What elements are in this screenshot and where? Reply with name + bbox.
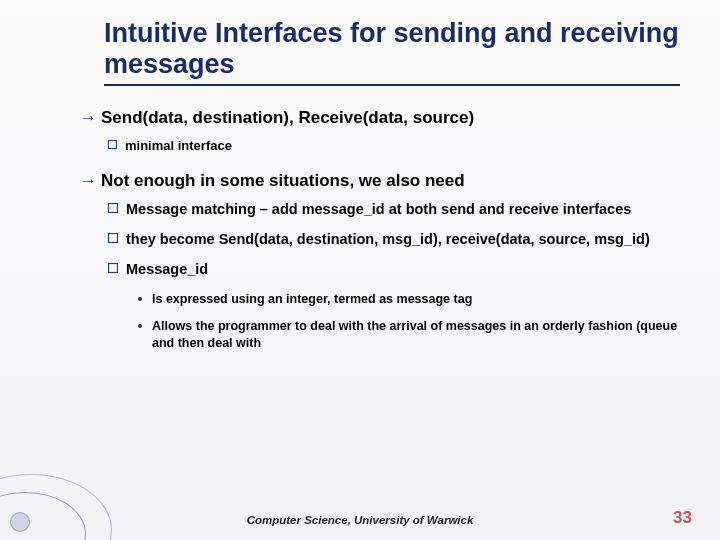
bullet-text: Not enough in some situations, we also n… bbox=[101, 171, 465, 191]
bullet-text: Message_id bbox=[126, 261, 208, 277]
bullet-text: minimal interface bbox=[125, 138, 232, 153]
slide-content: → Send(data, destination), Receive(data,… bbox=[104, 108, 680, 352]
corner-decoration bbox=[0, 474, 110, 540]
svg-rect-3 bbox=[109, 264, 118, 273]
slide-footer: Computer Science, University of Warwick bbox=[0, 514, 720, 526]
bullet-text: they become Send(data, destination, msg_… bbox=[126, 231, 650, 247]
bullet-level2: Message_id bbox=[108, 261, 680, 277]
bullet-level2: they become Send(data, destination, msg_… bbox=[108, 231, 680, 247]
square-bullet-icon bbox=[108, 263, 118, 277]
bullet-level1: → Not enough in some situations, we also… bbox=[80, 171, 680, 191]
bullet-level2: Message matching – add message_id at bot… bbox=[108, 201, 680, 217]
square-bullet-icon bbox=[108, 140, 117, 153]
dot-bullet-icon bbox=[138, 297, 142, 301]
svg-rect-0 bbox=[109, 141, 117, 149]
bullet-text: Message matching – add message_id at bot… bbox=[126, 201, 631, 217]
svg-rect-1 bbox=[109, 204, 118, 213]
bullet-text: Send(data, destination), Receive(data, s… bbox=[101, 108, 474, 128]
slide: Intuitive Interfaces for sending and rec… bbox=[0, 0, 720, 540]
arrow-icon: → bbox=[80, 171, 97, 191]
bullet-level3: Is expressed using an integer, termed as… bbox=[138, 291, 680, 308]
square-bullet-icon bbox=[108, 203, 118, 217]
bullet-level3: Allows the programmer to deal with the a… bbox=[138, 318, 680, 352]
slide-title: Intuitive Interfaces for sending and rec… bbox=[104, 18, 680, 86]
bullet-text: Is expressed using an integer, termed as… bbox=[152, 291, 472, 308]
bullet-text: Allows the programmer to deal with the a… bbox=[152, 318, 680, 352]
dot-bullet-icon bbox=[138, 324, 142, 328]
page-number: 33 bbox=[673, 508, 692, 528]
svg-rect-2 bbox=[109, 234, 118, 243]
square-bullet-icon bbox=[108, 233, 118, 247]
bullet-level1: → Send(data, destination), Receive(data,… bbox=[80, 108, 680, 128]
bullet-level2: minimal interface bbox=[108, 138, 680, 153]
arrow-icon: → bbox=[80, 108, 97, 128]
